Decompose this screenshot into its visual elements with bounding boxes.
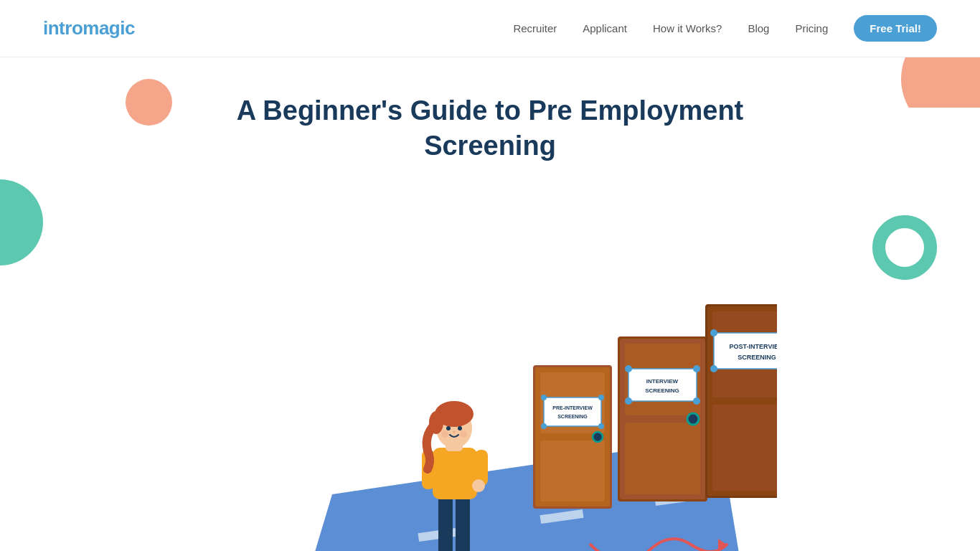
- svg-point-62: [460, 430, 467, 438]
- svg-point-15: [541, 423, 547, 429]
- svg-text:INTERVIEW: INTERVIEW: [646, 378, 679, 385]
- svg-point-59: [458, 426, 462, 430]
- page-title-container: A Beginner's Guide to Pre Employment Scr…: [0, 93, 980, 164]
- svg-point-13: [541, 395, 547, 400]
- svg-point-16: [598, 423, 604, 429]
- svg-point-28: [693, 397, 700, 405]
- svg-text:SCREENING: SCREENING: [738, 354, 776, 361]
- svg-rect-10: [544, 397, 601, 426]
- svg-point-14: [598, 395, 604, 400]
- svg-point-53: [472, 479, 485, 492]
- svg-point-25: [625, 365, 632, 372]
- site-logo[interactable]: intromagic: [43, 17, 135, 39]
- svg-point-26: [693, 365, 700, 372]
- nav-item-blog[interactable]: Blog: [748, 22, 769, 34]
- nav-item-recruiter[interactable]: Recruiter: [513, 22, 557, 34]
- svg-point-9: [593, 432, 603, 442]
- main-nav: Recruiter Applicant How it Works? Blog P…: [513, 15, 937, 42]
- svg-rect-47: [456, 494, 470, 551]
- svg-rect-22: [628, 369, 697, 401]
- main-illustration: PRE-INTERVIEW SCREENING INTERVIEW: [203, 193, 777, 551]
- svg-rect-34: [714, 333, 777, 369]
- svg-text:SCREENING: SCREENING: [645, 387, 679, 394]
- svg-rect-8: [540, 441, 605, 501]
- nav-item-free-trial[interactable]: Free Trial!: [854, 15, 937, 42]
- nav-item-pricing[interactable]: Pricing: [795, 22, 828, 34]
- nav-item-applicant[interactable]: Applicant: [583, 22, 627, 34]
- svg-point-39: [710, 365, 717, 372]
- svg-text:POST-INTERVIEW: POST-INTERVIEW: [730, 343, 777, 350]
- svg-rect-20: [625, 423, 700, 494]
- illustration-container: PRE-INTERVIEW SCREENING INTERVIEW: [0, 193, 980, 551]
- svg-text:PRE-INTERVIEW: PRE-INTERVIEW: [552, 405, 593, 410]
- svg-rect-46: [438, 494, 453, 551]
- svg-point-37: [710, 329, 717, 336]
- svg-point-60: [453, 430, 456, 433]
- svg-point-21: [687, 413, 699, 425]
- site-header: intromagic Recruiter Applicant How it Wo…: [0, 0, 980, 57]
- nav-item-how-it-works[interactable]: How it Works?: [653, 22, 722, 34]
- svg-rect-50: [433, 448, 477, 499]
- svg-point-27: [625, 397, 632, 405]
- main-content: A Beginner's Guide to Pre Employment Scr…: [0, 57, 980, 551]
- svg-point-58: [446, 426, 451, 430]
- svg-rect-32: [712, 405, 777, 491]
- svg-text:SCREENING: SCREENING: [557, 414, 588, 419]
- svg-point-61: [441, 430, 448, 438]
- page-title: A Beginner's Guide to Pre Employment Scr…: [143, 93, 837, 164]
